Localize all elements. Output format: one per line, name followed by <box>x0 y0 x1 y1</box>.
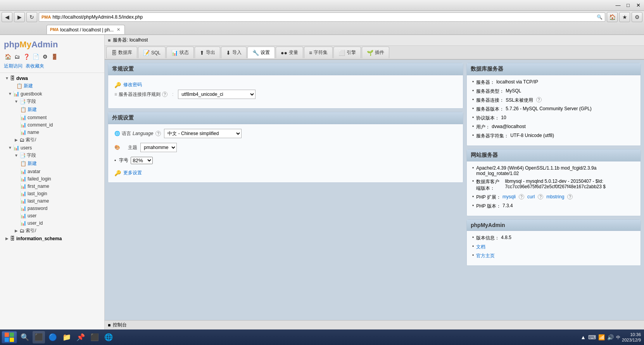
favorites-star[interactable]: ★ <box>619 12 630 22</box>
more-settings-link[interactable]: 更多设置 <box>123 170 142 176</box>
font-select[interactable]: 82%90%100%110%120% <box>131 157 153 164</box>
tree-toggle-guestbook[interactable]: ▼ <box>8 92 12 96</box>
tree-item-dvwa-new[interactable]: 📋 新建 <box>0 82 104 90</box>
tree-item-avatar[interactable]: 📊 avatar <box>0 168 104 175</box>
tree-item-user[interactable]: 📊 user <box>0 212 104 219</box>
tab-databases[interactable]: 🗄 数据库 <box>106 47 137 58</box>
tree-toggle-users[interactable]: ▼ <box>8 146 12 150</box>
php-ext-help-mysqli[interactable]: ? <box>519 194 524 199</box>
pma-info-header: phpMyAdmin <box>467 220 641 231</box>
tree-item-users-new[interactable]: 📋 新建 <box>0 159 104 168</box>
refresh-button[interactable]: ↻ <box>26 12 37 22</box>
home-icon[interactable]: 🏠 <box>4 53 12 61</box>
tree-toggle-info-schema[interactable]: ▶ <box>5 236 9 241</box>
tree-label-first-name: first_name <box>28 184 49 189</box>
active-tab[interactable]: PMA localhost / localhost | ph... ✕ <box>47 25 125 34</box>
language-help[interactable]: ? <box>155 131 161 136</box>
start-button[interactable] <box>2 331 17 343</box>
language-select[interactable]: 中文 - Chinese simplifiedEnglishDeutschFra… <box>164 129 242 138</box>
tree-item-information-schema[interactable]: ▶ 🗄 information_schema <box>0 235 104 242</box>
console-bar[interactable]: ■ 控制台 <box>105 320 644 329</box>
tray-icons: ▲ ⌨ 📶 🔊 中 <box>580 334 620 340</box>
tree-toggle-users-idx[interactable]: ▶ <box>14 229 19 233</box>
minimize-button[interactable]: — <box>613 1 623 10</box>
tab-engine[interactable]: ⬜ 引擎 <box>333 47 361 58</box>
pma-official-link[interactable]: 官方主页 <box>476 253 495 259</box>
bookmarks-link[interactable]: 表收藏夹 <box>26 63 44 69</box>
forward-button[interactable]: ▶ <box>14 12 25 22</box>
docs-icon[interactable]: 📄 <box>32 53 40 61</box>
tray-network[interactable]: 📶 <box>598 334 605 340</box>
tab-variables[interactable]: ●● 变量 <box>276 47 303 58</box>
close-button[interactable]: ✕ <box>633 1 643 10</box>
tree-item-guestbook[interactable]: ▼ 📊 guestbook <box>0 90 104 97</box>
tree-item-comment[interactable]: 📊 comment <box>0 114 104 121</box>
tab-close-button[interactable]: ✕ <box>115 27 121 33</box>
tree-item-comment-id[interactable]: 📊 comment_id <box>0 121 104 128</box>
settings-button[interactable]: ⚙ <box>632 12 642 22</box>
tree-item-failed-login[interactable]: 📊 failed_login <box>0 175 104 182</box>
recent-visits-link[interactable]: 近期访问 <box>4 63 22 69</box>
change-password-link[interactable]: 修改密码 <box>123 81 142 88</box>
tab-status[interactable]: 📊 状态 <box>166 47 194 58</box>
taskbar-notepad[interactable]: 📌 <box>74 331 87 343</box>
tree-item-users-fields[interactable]: ▼ 📑 字段 <box>0 151 104 159</box>
tree-item-last-login[interactable]: 📊 last_login <box>0 190 104 197</box>
tree-item-name[interactable]: 📊 name <box>0 128 104 136</box>
tree-item-users[interactable]: ▼ 📊 users <box>0 144 104 151</box>
taskbar-ie[interactable]: 🌐 <box>102 331 115 343</box>
php-ext-curl-link[interactable]: curl <box>527 194 535 199</box>
tree-item-user-id[interactable]: 📊 user_id <box>0 219 104 227</box>
taskbar-terminal[interactable]: ⬛ <box>88 331 101 343</box>
tree-toggle-guestbook-idx[interactable]: ▶ <box>14 138 19 142</box>
taskbar-edge[interactable]: 🔵 <box>47 331 59 343</box>
settings-tab-icon: 🔧 <box>252 50 259 56</box>
tree-item-guestbook-indexes[interactable]: ▶ 🗂 索引/ <box>0 136 104 144</box>
taskbar-cmd[interactable]: ⬛ <box>33 331 45 343</box>
tray-up-arrow[interactable]: ▲ <box>580 334 586 340</box>
exit-icon[interactable]: 🚪 <box>50 53 58 61</box>
tray-volume[interactable]: 🔊 <box>607 334 614 340</box>
tree-item-dvwa[interactable]: ▼ 🗄 dvwa <box>0 75 104 82</box>
tab-export[interactable]: ⬆ 导出 <box>195 47 220 58</box>
maximize-button[interactable]: □ <box>623 1 633 10</box>
server-connection-select[interactable]: utf8mb4_unicode_ciutf8mb4_general_ciutf8… <box>178 90 256 99</box>
tree-item-last-name[interactable]: 📊 last_name <box>0 197 104 205</box>
php-ext-mysqli-link[interactable]: mysqli <box>502 194 516 199</box>
tree-item-first-name[interactable]: 📊 first_name <box>0 182 104 190</box>
tab-sql[interactable]: 📝 SQL <box>138 47 166 58</box>
taskbar-explorer[interactable]: 📁 <box>60 331 73 343</box>
tray-lang[interactable]: 中 <box>616 335 620 340</box>
tray-keyboard[interactable]: ⌨ <box>588 334 596 340</box>
tab-charset[interactable]: ≡ 字符集 <box>304 47 333 58</box>
php-ext-help-curl[interactable]: ? <box>538 194 543 199</box>
address-bar[interactable]: PMA http://localhost/phpMyAdmin4.8.5/ind… <box>39 12 605 22</box>
php-ext-mbstring-link[interactable]: mbstring <box>546 194 564 199</box>
tab-plugins[interactable]: 🌱 插件 <box>362 47 389 58</box>
tree-item-password[interactable]: 📊 password <box>0 205 104 212</box>
connection-label: 服务器连接： <box>476 97 504 104</box>
font-label: 字号 <box>119 157 128 164</box>
theme-select[interactable]: pmahommeoriginalmetro <box>140 143 177 152</box>
settings-icon-sm[interactable]: ⚙ <box>41 53 49 61</box>
connection-help[interactable]: ? <box>536 97 542 102</box>
tab-import[interactable]: ⬇ 导入 <box>221 47 247 58</box>
tree-toggle-users-fields[interactable]: ▼ <box>14 153 19 158</box>
server-connection-help[interactable]: ? <box>162 92 167 97</box>
help-icon[interactable]: ❓ <box>22 53 30 61</box>
tree-toggle-dvwa[interactable]: ▼ <box>5 76 9 80</box>
back-button[interactable]: ◀ <box>2 12 12 22</box>
col-icon-avatar: 📊 <box>20 168 26 174</box>
user-label: 用户： <box>476 124 490 130</box>
tree-toggle-guestbook-fields[interactable]: ▼ <box>14 99 19 104</box>
tree-item-users-indexes[interactable]: ▶ 🗂 索引/ <box>0 227 104 235</box>
taskbar-search[interactable]: 🔍 <box>19 331 31 343</box>
php-ext-help-mbstring[interactable]: ? <box>567 194 573 199</box>
home-button[interactable]: 🏠 <box>607 12 618 22</box>
clock-area[interactable]: 10:36 2023/12/9 <box>622 332 641 343</box>
db-icon[interactable]: 🗂 <box>13 53 21 61</box>
tree-item-guestbook-new[interactable]: 📋 新建 <box>0 106 104 114</box>
pma-docs-link[interactable]: 文档 <box>476 244 485 250</box>
tree-item-guestbook-fields[interactable]: ▼ 📑 字段 <box>0 97 104 106</box>
tab-settings[interactable]: 🔧 设置 <box>247 47 275 58</box>
